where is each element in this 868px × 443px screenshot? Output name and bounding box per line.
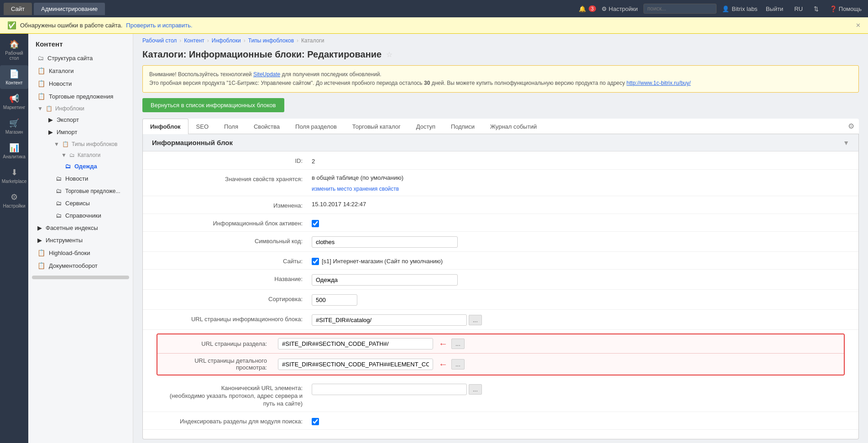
close-banner-btn[interactable]: ✕ <box>856 22 861 29</box>
sidebar-item-facets[interactable]: ▶ Фасетные индексы <box>28 222 133 234</box>
nav-content[interactable]: 📄 Контент <box>0 65 28 89</box>
import-arrow-icon: ▶ <box>48 129 53 136</box>
tab-fields[interactable]: Поля <box>216 119 246 134</box>
sort-label: Сортировка: <box>157 293 312 303</box>
tabs-toggle-btn[interactable]: ⚙ <box>843 119 859 133</box>
catalogs-type-group[interactable]: ▼ 🗂 Каталоги <box>52 149 133 160</box>
buy-link[interactable]: http://www.1c-bitrix.ru/buy/ <box>627 80 691 86</box>
sites-text: [s1] Интернет-магазин (Сайт по умолчанию… <box>322 256 443 265</box>
nav-marketing[interactable]: 📢 Маркетинг <box>0 90 28 114</box>
offers-icon: 📋 <box>37 93 45 100</box>
breadcrumb-types[interactable]: Типы инфоблоков <box>248 37 294 44</box>
nav-desktop[interactable]: 🏠 Рабочий стол <box>0 36 28 64</box>
logout-btn[interactable]: Выйти <box>763 5 786 13</box>
nav-marketplace-label: Marketplace <box>2 179 26 184</box>
tab-access[interactable]: Доступ <box>408 119 443 134</box>
tab-signatures[interactable]: Подписи <box>443 119 482 134</box>
error-fix-link[interactable]: Проверить и исправить. <box>126 22 192 29</box>
storage-text: в общей таблице (по умолчанию) <box>312 174 403 181</box>
canonical-input[interactable] <box>312 384 467 395</box>
url-section-browse-btn[interactable]: ... <box>451 339 465 349</box>
settings-label: Настройки <box>609 5 638 12</box>
tab-event-log[interactable]: Журнал событий <box>482 119 544 134</box>
url-section-row: URL страницы раздела: ← ... <box>157 334 844 354</box>
admin-tab[interactable]: Администрирование <box>34 3 105 15</box>
infoblocks-sub: ▶ Экспорт ▶ Импорт ▼ 📋 Типы инфоблоков ▼… <box>28 114 133 222</box>
sidebar-item-import[interactable]: ▶ Импорт <box>45 126 133 138</box>
notification-btn[interactable]: 🔔 3 <box>579 5 596 12</box>
sidebar-item-odezhda[interactable]: 🗂 Одежда <box>61 160 133 172</box>
url-page-input[interactable] <box>312 314 467 326</box>
sidebar-item-news-type[interactable]: 🗂 Новости <box>52 172 133 185</box>
url-section-input[interactable] <box>278 338 433 349</box>
sidebar-item-export[interactable]: ▶ Экспорт <box>45 114 133 126</box>
page-title-row: Каталоги: Информационные блоки: Редактир… <box>133 47 868 65</box>
lang-btn[interactable]: RU <box>791 5 805 13</box>
index-checkbox[interactable] <box>312 418 319 425</box>
user-icon: 👤 <box>722 5 729 12</box>
facets-arrow: ▶ <box>37 224 42 231</box>
sidebar-item-offers[interactable]: 📋 Торговые предложения <box>28 90 133 103</box>
section-collapse-btn[interactable]: ▼ <box>843 139 849 146</box>
active-checkbox[interactable] <box>312 220 319 227</box>
sidebar-item-highload[interactable]: 📋 Highload-блоки <box>28 246 133 259</box>
tab-seo[interactable]: SEO <box>188 119 216 134</box>
tab-section-fields[interactable]: Поля разделов <box>288 119 345 134</box>
tab-infoblock[interactable]: Инфоблок <box>142 119 188 134</box>
url-page-value: ... <box>312 313 845 326</box>
storage-link[interactable]: изменить место хранения свойств <box>312 186 399 192</box>
tab-properties[interactable]: Свойства <box>246 119 288 134</box>
search-input[interactable] <box>643 4 716 14</box>
home-icon: 🏠 <box>9 39 19 49</box>
sort-input[interactable] <box>312 294 357 306</box>
sites-checkbox[interactable] <box>312 258 319 265</box>
sidebar-scrollbar[interactable] <box>32 276 129 279</box>
content-icon: 📄 <box>9 69 19 79</box>
form-row-modified: Изменена: 15.10.2017 14:22:47 <box>143 196 858 214</box>
id-value-container: 2 <box>312 155 845 165</box>
nav-analytics[interactable]: 📊 Аналитика <box>0 139 28 163</box>
settings-nav-btn[interactable]: ⚙ Настройки <box>601 5 638 12</box>
sites-value: [s1] Интернет-магазин (Сайт по умолчанию… <box>312 255 845 265</box>
back-to-list-btn[interactable]: Вернуться в список информационных блоков <box>142 98 284 112</box>
form-row-url-page: URL страницы информационного блока: ... <box>143 310 858 330</box>
sidebar-item-catalogs[interactable]: 📋 Каталоги <box>28 64 133 77</box>
index-label: Индексировать разделы для модуля поиска: <box>157 416 312 426</box>
nav-marketplace[interactable]: ⬇ Marketplace <box>0 164 28 188</box>
sidebar-item-structure[interactable]: 🗂 Структура сайта <box>28 52 133 64</box>
url-page-browse-btn[interactable]: ... <box>469 315 482 325</box>
sidebar-item-references[interactable]: 🗂 Справочники <box>52 209 133 222</box>
tab-trade-catalog[interactable]: Торговый каталог <box>345 119 408 134</box>
services-type-label: Сервисы <box>65 200 90 207</box>
highload-label: Highload-блоки <box>49 250 90 256</box>
url-page-row: ... <box>312 314 482 326</box>
facets-label: Фасетные индексы <box>46 224 98 231</box>
symcode-input[interactable] <box>312 236 458 248</box>
odezhda-icon: 🗂 <box>65 163 71 170</box>
nav-shop[interactable]: 🛒 Магазин <box>0 115 28 138</box>
sidebar-item-news[interactable]: 📋 Новости <box>28 77 133 90</box>
url-detail-input[interactable] <box>278 359 433 370</box>
sidebar-item-services-type[interactable]: 🗂 Сервисы <box>52 197 133 209</box>
breadcrumb-desktop[interactable]: Рабочий стол <box>142 37 177 44</box>
canonical-browse-btn[interactable]: ... <box>469 384 482 395</box>
site-tab[interactable]: Сайт <box>4 3 32 15</box>
infoblocks-types-group[interactable]: ▼ 📋 Типы инфоблоков <box>45 138 133 149</box>
sidebar-item-trade-offers[interactable]: 🗂 Торговые предложе... <box>52 185 133 197</box>
sidebar-item-tools[interactable]: ▶ Инструменты <box>28 234 133 246</box>
nav-analytics-label: Аналитика <box>3 154 26 159</box>
form-panel: Информационный блок ▼ ID: 2 Значения сво… <box>142 134 859 439</box>
site-update-link[interactable]: SiteUpdate <box>253 71 280 78</box>
name-label: Название: <box>157 273 312 283</box>
name-input[interactable] <box>312 274 458 286</box>
sidebar-infoblocks-group[interactable]: ▼ 📋 Инфоблоки <box>28 103 133 114</box>
odezhda-label: Одежда <box>74 163 97 170</box>
favorite-star-icon[interactable]: ☆ <box>386 50 392 59</box>
breadcrumb-infoblocks[interactable]: Инфоблоки <box>212 37 241 44</box>
help-btn[interactable]: ❓ Помощь <box>827 5 864 13</box>
url-detail-browse-btn[interactable]: ... <box>451 359 465 370</box>
types-icon: 📋 <box>62 141 69 147</box>
breadcrumb-content[interactable]: Контент <box>184 37 204 44</box>
sidebar-item-docs[interactable]: 📋 Документооборот <box>28 259 133 272</box>
nav-settings[interactable]: ⚙ Настройки <box>0 188 28 212</box>
